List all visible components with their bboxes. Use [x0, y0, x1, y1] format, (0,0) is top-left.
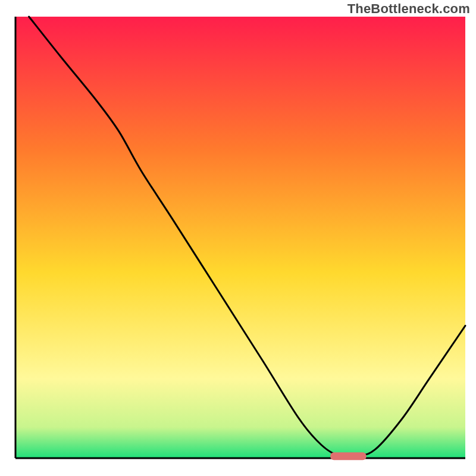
optimal-marker — [330, 452, 366, 460]
chart-frame: { "watermark": "TheBottleneck.com", "col… — [0, 0, 476, 476]
bottleneck-chart — [0, 0, 476, 476]
